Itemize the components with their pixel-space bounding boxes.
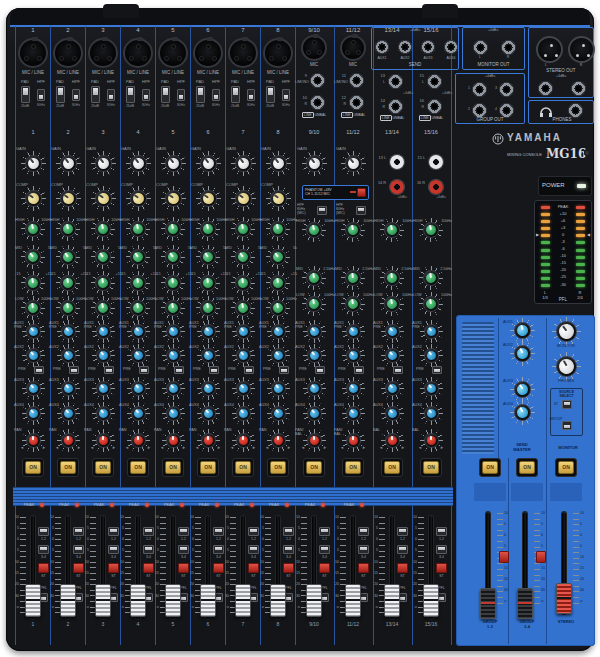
monitor-source-switch-1[interactable] [562,400,572,409]
strip11-assign-3-4[interactable] [397,545,408,554]
strip5-pre-switch[interactable] [174,366,184,374]
pad-switch-ch5[interactable] [161,86,170,103]
strip3-on-button[interactable]: ON [95,461,111,474]
pad-switch-ch1[interactable] [21,86,30,103]
strip11-pan-knob[interactable] [388,436,397,445]
strip8-on-button[interactable]: ON [270,461,286,474]
strip9-assign-3-4[interactable] [319,545,330,554]
strip10-pre-switch[interactable] [354,366,364,374]
strip4-fader-cap[interactable] [130,584,146,617]
strip12-pre-switch[interactable] [432,366,442,374]
strip12-assign-3-4[interactable] [436,545,447,554]
strip6-pre-switch[interactable] [209,366,219,374]
hpf-switch-ch3[interactable] [107,89,115,101]
strip12-assign-1-2[interactable] [436,527,447,536]
master-fader-1-on-button[interactable]: ON [482,461,498,474]
master-fader-2-on-button[interactable]: ON [519,461,535,474]
strip9-fader-cap[interactable] [306,584,322,617]
strip1-fader-cap[interactable] [25,584,41,617]
pad-switch-ch4[interactable] [126,86,135,103]
strip7-on-button[interactable]: ON [235,461,251,474]
combo-jack-ch8-pin2 [269,56,274,61]
strip6-aux-knob-3-pointer [204,384,208,388]
strip9-assign-st[interactable] [319,563,330,573]
strip6-pan-knob[interactable] [204,436,213,445]
strip4-on-button[interactable]: ON [130,461,146,474]
master-fader-1-st-assign[interactable] [499,551,509,563]
strip1-pan-knob[interactable] [29,436,38,445]
strip11-assign-1-2[interactable] [397,527,408,536]
strip9-pan-knob[interactable] [310,436,319,445]
hpf-switch-ch8[interactable] [282,89,290,101]
strip10-assign-3-4[interactable] [358,545,369,554]
ch7-eq-knob-1-pointer [240,253,244,258]
monitor-source-switch-2[interactable] [562,421,572,430]
strip10-pan-knob[interactable] [349,436,358,445]
strip7-pan-knob[interactable] [239,436,248,445]
hpf-switch-ch1[interactable] [37,89,45,101]
strip8-pre-switch[interactable] [279,366,289,374]
strip9-pre-switch[interactable] [315,366,325,374]
strip2-pre-switch[interactable] [69,366,79,374]
pad-switch-ch8[interactable] [266,86,275,103]
strip12-pan-knob[interactable] [427,436,436,445]
strip12-assign-st[interactable] [436,563,447,573]
master-fader-3-on-button[interactable]: ON [558,461,574,474]
strip2-fader-cap[interactable] [60,584,76,617]
strip6-on-button[interactable]: ON [200,461,216,474]
hpf-switch-ch2[interactable] [72,89,80,101]
ch7-comp-knob-pointer [238,194,243,199]
pad-switch-ch6[interactable] [196,86,205,103]
fader-scale-label: 10 [408,515,417,519]
strip4-pan-knob[interactable] [134,436,143,445]
strip3-fader-cap[interactable] [95,584,111,617]
strip10-aux-knob-4-pointer [349,409,353,413]
strip5-pan-knob[interactable] [169,436,178,445]
strip9-assign-1-2[interactable] [319,527,330,536]
master-divider [546,318,547,458]
meter-led-left [541,220,550,223]
strip5-on-button[interactable]: ON [165,461,181,474]
strip4-pre-switch[interactable] [139,366,149,374]
strip12-on-button[interactable]: ON [423,461,439,474]
hpf-switch-ch5[interactable] [177,89,185,101]
master-fader-2-cap[interactable] [517,588,533,619]
strip1-on-button[interactable]: ON [25,461,41,474]
strip5-fader-cap[interactable] [165,584,181,617]
strip2-pan-knob[interactable] [64,436,73,445]
strip10-assign-st[interactable] [358,563,369,573]
strip11-fader-cap[interactable] [384,584,400,617]
strip10-on-button[interactable]: ON [345,461,361,474]
send-jack-label: AUX1 [371,56,393,60]
strip10-assign-1-2[interactable] [358,527,369,536]
strip11-assign-st[interactable] [397,563,408,573]
strip3-pan-knob[interactable] [99,436,108,445]
master-fader-3-cap[interactable] [556,583,572,614]
pan-r-glyph: ► [361,446,367,451]
st1-hpf-switch[interactable] [356,206,366,215]
strip8-pan-knob[interactable] [274,436,283,445]
strip8-fader-cap[interactable] [270,584,286,617]
strip7-pre-switch[interactable] [244,366,254,374]
strip9-on-button[interactable]: ON [306,461,322,474]
master-fader-1-cap[interactable] [480,588,496,619]
pad-switch-ch2[interactable] [56,86,65,103]
strip11-pre-switch[interactable] [393,366,403,374]
strip2-on-button[interactable]: ON [60,461,76,474]
strip6-fader-cap[interactable] [200,584,216,617]
st0-hpf-switch[interactable] [317,206,327,215]
strip7-fader-cap[interactable] [235,584,251,617]
phantom-switch[interactable] [357,188,366,197]
hpf-switch-ch6[interactable] [212,89,220,101]
strip3-pre-switch[interactable] [104,366,114,374]
strip1-pre-switch[interactable] [34,366,44,374]
hpf-switch-ch4[interactable] [142,89,150,101]
master-fader-2-st-assign[interactable] [536,551,546,563]
hpf-switch-ch7[interactable] [247,89,255,101]
hpf-switch-ch8-cap [284,95,288,100]
strip12-fader-cap[interactable] [423,584,439,617]
pad-switch-ch7[interactable] [231,86,240,103]
pad-switch-ch3[interactable] [91,86,100,103]
strip10-fader-cap[interactable] [345,584,361,617]
strip11-on-button[interactable]: ON [384,461,400,474]
